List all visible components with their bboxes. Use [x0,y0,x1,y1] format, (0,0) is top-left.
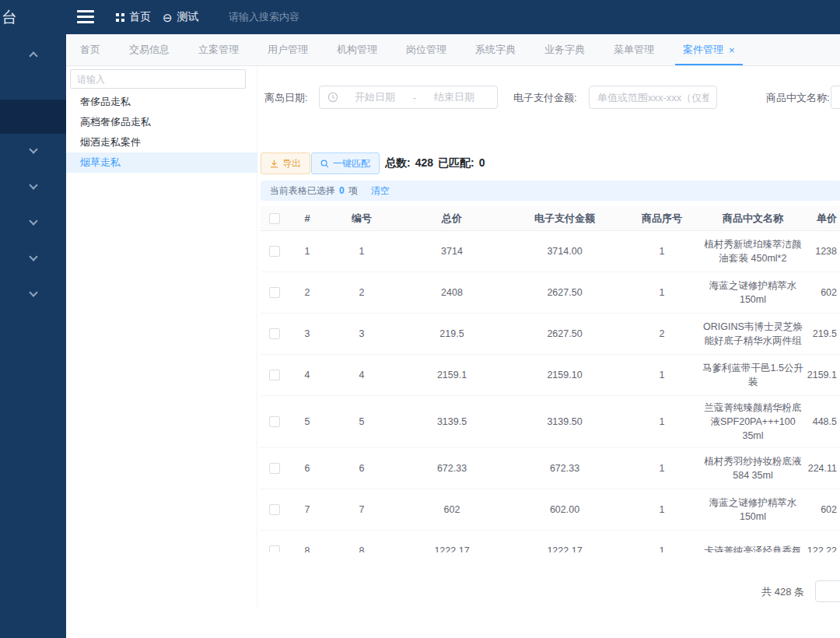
cell-unit_price: 2159.1 [807,368,840,382]
topnav-test[interactable]: ⊖ 测试 [163,0,199,34]
sidebar-group-4[interactable] [0,208,66,236]
tab-label: 机构管理 [337,43,377,57]
case-type-item[interactable]: 烟酒走私案件 [66,132,257,152]
date-range-picker[interactable]: 开始日期 - 结束日期 [319,86,498,109]
header-checkbox[interactable] [269,213,280,224]
tab-菜单管理[interactable]: 菜单管理 [614,34,654,65]
cell-total: 3139.5 [437,415,467,429]
chevron-down-icon [29,288,37,296]
sidebar-group-5[interactable] [0,244,66,272]
cell-unit_price: 122.22 [807,544,840,552]
tab-案件管理[interactable]: 案件管理× [683,34,735,65]
tab-label: 交易信息 [129,43,170,57]
export-button[interactable]: 导出 [261,152,310,174]
cell-code: 3 [359,327,365,341]
row-checkbox[interactable] [269,370,280,380]
cell-name: 海蓝之谜修护精萃水 150ml [701,496,805,524]
sidebar-group-0[interactable] [0,40,66,68]
table-row: 1137143714.001植村秀新琥珀臻萃洁颜油套装 450ml*21238 [261,231,840,272]
row-checkbox[interactable] [269,545,280,552]
cell-item_seq: 1 [660,286,665,300]
table-body: 1137143714.001植村秀新琥珀臻萃洁颜油套装 450ml*212382… [261,231,840,552]
case-type-panel: 奢侈品走私高档奢侈品走私烟酒走私案件烟草走私 [66,66,257,607]
tab-label: 岗位管理 [406,43,446,57]
grid-icon [116,13,124,22]
sidebar-group-6[interactable] [0,279,66,307]
one-key-match-label: 一键匹配 [333,157,370,170]
cell-seq: 7 [305,503,310,517]
case-type-item[interactable]: 奢侈品走私 [66,92,257,112]
topnav-test-label: 测试 [177,10,199,24]
row-checkbox[interactable] [269,504,280,515]
cell-name: 植村秀新琥珀臻萃洁颜油套装 450ml*2 [701,237,805,265]
tab-立案管理[interactable]: 立案管理 [198,34,239,65]
cell-total: 2408 [441,286,463,300]
sidebar-item-selected[interactable] [0,100,66,134]
tab-业务字典[interactable]: 业务字典 [544,34,585,65]
tab-首页[interactable]: 首页 [80,34,100,65]
top-bar: 台 首页 ⊖ 测试 请输入搜索内容 [0,0,840,34]
cell-code: 2 [359,286,365,300]
hamburger-icon[interactable] [77,10,94,23]
cell-name: 植村秀羽纱持妆粉底液 584 35ml [701,454,805,482]
tab-交易信息[interactable]: 交易信息 [129,34,170,65]
sidebar-group-2[interactable] [0,136,66,164]
one-key-match-button[interactable]: 一键匹配 [311,152,380,174]
tab-label: 立案管理 [198,43,239,57]
cell-seq: 4 [305,368,310,382]
tab-label: 用户管理 [268,43,308,57]
date-separator: - [410,92,419,103]
column-header: 商品中文名称 [723,212,783,226]
cell-unit_price: 602 [821,503,840,517]
sidebar-group-3[interactable] [0,172,66,200]
cell-unit_price: 219.5 [813,327,840,341]
row-checkbox[interactable] [269,328,280,339]
chevron-down-icon [29,216,37,225]
epay-filter-input[interactable] [589,86,717,109]
cell-item_seq: 1 [660,544,665,552]
product-name-filter-input[interactable] [831,86,840,109]
cell-epay: 602.00 [550,503,579,517]
cell-code: 6 [359,461,365,475]
row-checkbox[interactable] [269,463,280,474]
topnav-home[interactable]: 首页 [116,0,151,34]
case-type-item[interactable]: 烟草走私 [66,152,257,173]
row-checkbox[interactable] [269,416,280,427]
pagination-control[interactable] [815,580,840,602]
table-header-row: #编号总价电子支付金额商品序号商品中文名称单价 [261,206,840,231]
tab-岗位管理[interactable]: 岗位管理 [406,34,446,65]
tab-用户管理[interactable]: 用户管理 [268,34,308,65]
chevron-down-icon [29,181,37,189]
cell-total: 2159.1 [437,368,467,382]
cell-epay: 3714.00 [547,244,582,258]
row-checkbox[interactable] [269,287,280,298]
tab-系统字典[interactable]: 系统字典 [475,34,516,65]
selection-unit: 项 [348,184,358,198]
tab-label: 系统字典 [475,43,516,57]
tab-机构管理[interactable]: 机构管理 [337,34,377,65]
sidebar [0,34,66,638]
total-value: 428 [415,156,433,170]
case-type-item[interactable]: 高档奢侈品走私 [66,112,257,132]
table-footer: 共 428 条 [257,580,840,603]
topnav-home-label: 首页 [129,10,151,24]
cell-seq: 6 [305,461,310,475]
export-button-label: 导出 [282,157,301,170]
global-search-input[interactable]: 请输入搜索内容 [229,0,400,34]
date-end-placeholder[interactable]: 结束日期 [419,90,489,104]
cell-code: 7 [359,503,365,517]
circle-minus-icon: ⊖ [163,12,173,23]
cell-unit_price: 448.5 [813,415,840,429]
epay-filter-label: 电子支付金额: [513,91,577,105]
table-row: 2224082627.501海蓝之谜修护精萃水 150ml602 [261,272,840,314]
cell-name: 兰蔻菁纯臻颜精华粉底液SPF20PA+++100 35ml [701,401,805,443]
cell-epay: 2627.50 [547,327,582,341]
clear-selection-link[interactable]: 清空 [371,184,390,198]
row-checkbox[interactable] [269,246,280,257]
cell-epay: 1222.17 [547,544,582,552]
close-icon[interactable]: × [729,45,735,55]
column-header: 电子支付金额 [534,212,595,226]
case-type-search-input[interactable] [70,69,246,89]
date-start-placeholder[interactable]: 开始日期 [340,90,410,104]
cell-unit_price: 224.11 [808,461,840,475]
